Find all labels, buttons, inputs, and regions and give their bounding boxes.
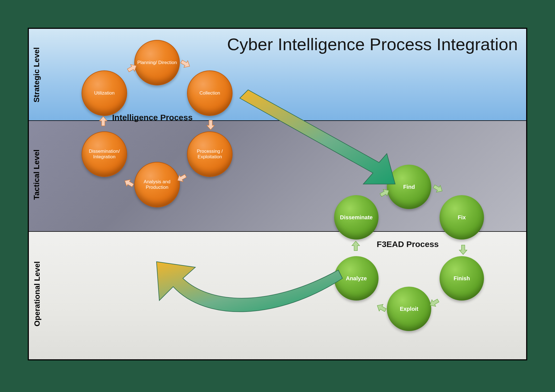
f3ead-node-disseminate: Disseminate [334,195,379,240]
slide: Cyber Intelligence Process Integration S… [28,28,527,360]
f3ead-node-disseminate-text: Disseminate [338,214,375,221]
f3ead-process-label: F3EAD Process [377,240,439,249]
intel-node-collection: Collection [187,70,233,116]
level-label-tactical: Tactical Level [32,141,41,208]
intel-node-analysis-text: Analysis and Production [135,179,179,190]
f3ead-node-exploit-text: Exploit [398,306,421,312]
intel-node-processing: Processing / Exploitation [187,131,233,177]
intel-node-utilization: Utilization [82,70,127,116]
intel-node-utilization-text: Utilization [92,90,117,96]
f3ead-node-fix-text: Fix [456,214,468,221]
f3ead-node-finish: Finish [440,256,484,301]
f3ead-node-analyze-text: Analyze [344,275,369,282]
intel-node-analysis: Analysis and Production [134,162,180,207]
intelligence-process-label: Intelligence Process [112,113,193,122]
level-label-operational: Operational Level [33,258,42,330]
f3ead-node-finish-text: Finish [451,275,472,282]
f3ead-node-analyze: Analyze [334,256,379,301]
intel-node-disseminate: Dissemination/ Integration [82,131,127,177]
intel-node-disseminate-text: Dissemination/ Integration [82,149,127,160]
page: Cyber Intelligence Process Integration S… [0,0,555,392]
intel-node-collection-text: Collection [197,90,223,96]
f3ead-node-find: Find [387,165,431,209]
f3ead-node-exploit: Exploit [387,287,431,331]
intel-node-planning: Planning/ Direction [134,40,180,85]
intel-node-planning-text: Planning/ Direction [135,60,179,65]
f3ead-node-fix: Fix [440,195,484,240]
divider-top [29,120,526,121]
diagram-title: Cyber Intelligence Process Integration [227,34,518,54]
level-label-strategic: Strategic Level [32,42,41,108]
intel-node-processing-text: Processing / Exploitation [188,149,232,160]
f3ead-node-find-text: Find [401,184,417,190]
